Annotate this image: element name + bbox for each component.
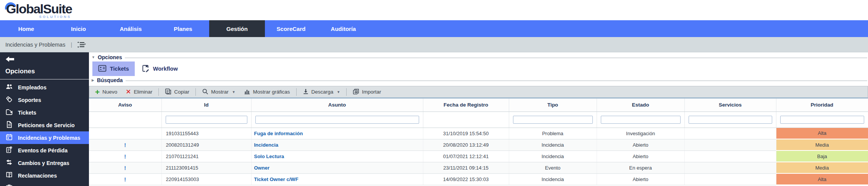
estado-cell: Abierto <box>597 150 684 162</box>
column-header-asunto[interactable]: Asunto <box>251 99 423 112</box>
app-logo[interactable]: GlobalSuite SOLUTIONS <box>6 2 72 19</box>
new-button[interactable]: + Nuevo <box>91 89 121 95</box>
chevron-down-icon: ▼ <box>232 90 236 94</box>
search-section-label: Búsqueda <box>97 77 123 83</box>
copy-button[interactable]: Copiar <box>161 88 194 96</box>
sidebar-item-label: Cambios y Entregas <box>18 160 69 166</box>
tipo-cell: Incidencia <box>509 139 597 150</box>
app-window: GlobalSuite SOLUTIONS Home Inicio Anális… <box>0 0 868 186</box>
copy-icon <box>165 88 171 96</box>
asunto-filter-input[interactable] <box>255 116 419 124</box>
tipo-filter-input[interactable] <box>513 116 593 124</box>
asunto-link[interactable]: Incidencia <box>254 142 279 148</box>
sidebar-item-eventos[interactable]: Eventos de Pérdida <box>0 144 89 157</box>
download-icon <box>303 88 309 96</box>
sidebar-item-label: Soportes <box>18 97 41 103</box>
fecha-cell: 31/10/2019 15:54:50 <box>423 128 509 139</box>
asunto-link[interactable]: Solo Lectura <box>254 154 284 159</box>
servicios-cell <box>684 150 776 162</box>
id-filter-input[interactable] <box>166 116 247 124</box>
nav-item-gestion[interactable]: Gestión <box>209 20 265 37</box>
filter-row <box>89 112 868 128</box>
menu-list-dropdown-icon[interactable] <box>77 41 86 48</box>
sidebar-item-label: Peticiones de Servicio <box>18 122 75 128</box>
chevron-down-icon: ▼ <box>337 90 340 94</box>
list-document-icon <box>5 146 13 155</box>
sidebar-item-cambios[interactable]: Cambios y Entregas <box>0 157 89 169</box>
collapse-sidebar-button[interactable] <box>0 52 89 65</box>
table-row[interactable]: ! 211123091415 Owner 23/11/2021 09:14:15… <box>89 162 868 173</box>
tipo-cell: Problema <box>509 128 597 139</box>
nav-item-scorecard[interactable]: ScoreCard <box>265 20 317 37</box>
table-row[interactable]: ! 210701121241 Solo Lectura 01/07/2021 1… <box>89 150 868 162</box>
table-row[interactable]: ! 220914153003 Ticket Owner c/WF 14/09/2… <box>89 173 868 185</box>
search-icon <box>202 88 208 96</box>
ticket-screen-icon <box>5 108 13 117</box>
tab-tickets[interactable]: Tickets <box>92 61 135 76</box>
table-row[interactable]: 191031155443 Fuga de información 31/10/2… <box>89 128 868 139</box>
nav-item-inicio[interactable]: Inicio <box>52 20 105 37</box>
id-cell: 191031155443 <box>161 128 251 139</box>
tab-workflow[interactable]: Workflow <box>136 61 184 76</box>
sidebar-item-peticiones[interactable]: Peticiones de Servicio <box>0 119 89 131</box>
estado-filter-input[interactable] <box>601 116 681 124</box>
import-button[interactable]: Importar <box>348 88 385 96</box>
priority-badge: Media <box>776 162 868 173</box>
tab-label: Workflow <box>153 66 178 72</box>
priority-badge: Alta <box>776 173 868 185</box>
column-header-id[interactable]: Id <box>161 99 251 112</box>
nav-item-auditoria[interactable]: Auditoría <box>317 20 369 37</box>
id-cell: 220914153003 <box>161 173 251 185</box>
download-button[interactable]: Descarga ▼ <box>298 88 345 96</box>
asunto-link[interactable]: Owner <box>254 165 269 171</box>
column-header-prioridad[interactable]: Prioridad <box>776 99 868 112</box>
fecha-cell: 01/07/2021 12:12:41 <box>423 150 509 162</box>
sidebar-item-label: Tickets <box>18 110 36 116</box>
top-header: GlobalSuite SOLUTIONS <box>0 0 868 20</box>
breadcrumb-bar: Incidencias y Problemas | <box>0 37 868 52</box>
sidebar-item-label: Empleados <box>18 84 47 91</box>
asunto-link[interactable]: Fuga de información <box>254 131 303 136</box>
options-section-header: ▼ Opciones <box>92 54 867 60</box>
show-charts-button[interactable]: Mostrar gráficas <box>240 88 294 96</box>
id-cell: 211123091415 <box>161 162 251 173</box>
sidebar-item-partial[interactable] <box>0 182 89 186</box>
delete-button[interactable]: ✕ Eliminar <box>121 89 156 95</box>
table-row[interactable]: ! 200820131249 Incidencia 20/08/2020 13:… <box>89 139 868 150</box>
document-icon <box>5 121 13 129</box>
filter-cell-aviso <box>89 112 161 128</box>
expand-triangle-icon[interactable]: ▶ <box>92 78 94 82</box>
id-cell: 200820131249 <box>161 139 251 150</box>
nav-item-home[interactable]: Home <box>0 20 52 37</box>
main-content: ▼ Opciones Tickets <box>89 52 868 186</box>
prioridad-filter-input[interactable] <box>780 116 864 124</box>
column-header-fecha[interactable]: Fecha de Registro <box>423 99 509 112</box>
column-header-tipo[interactable]: Tipo <box>509 99 597 112</box>
tickets-table: Aviso Id Asunto Fecha de Registro Tipo E… <box>89 99 868 185</box>
show-button[interactable]: Mostrar ▼ <box>198 88 240 96</box>
fecha-cell: 14/09/2022 15:30:03 <box>423 173 509 185</box>
column-header-estado[interactable]: Estado <box>597 99 684 112</box>
sidebar-item-label: Eventos de Pérdida <box>18 147 68 154</box>
sidebar-item-incidencias[interactable]: Incidencias y Problemas <box>0 131 89 144</box>
fecha-cell: 20/08/2020 13:12:49 <box>423 139 509 150</box>
sidebar-item-empleados[interactable]: Empleados <box>0 81 89 94</box>
sidebar-item-label: Reclamaciones <box>18 173 57 179</box>
column-header-servicios[interactable]: Servicios <box>684 99 776 112</box>
sidebar-item-reclamaciones[interactable]: Reclamaciones <box>0 169 89 182</box>
nav-item-analisis[interactable]: Análisis <box>105 20 157 37</box>
nav-item-planes[interactable]: Planes <box>157 20 209 37</box>
plus-icon: + <box>95 89 100 95</box>
sidebar-item-tickets[interactable]: Tickets <box>0 106 89 119</box>
column-header-aviso[interactable]: Aviso <box>89 99 161 112</box>
servicios-cell <box>684 173 776 185</box>
sidebar-item-soportes[interactable]: Soportes <box>0 94 89 106</box>
servicios-filter-input[interactable] <box>689 116 772 124</box>
asunto-link[interactable]: Ticket Owner c/WF <box>254 176 298 182</box>
show-button-label: Mostrar <box>211 89 229 95</box>
view-tabs: Tickets Workflow <box>92 61 868 76</box>
estado-cell: En espera <box>597 162 684 173</box>
estado-cell: Abierto <box>597 173 684 185</box>
tipo-cell: Incidencia <box>509 150 597 162</box>
collapse-triangle-icon[interactable]: ▼ <box>92 55 95 59</box>
